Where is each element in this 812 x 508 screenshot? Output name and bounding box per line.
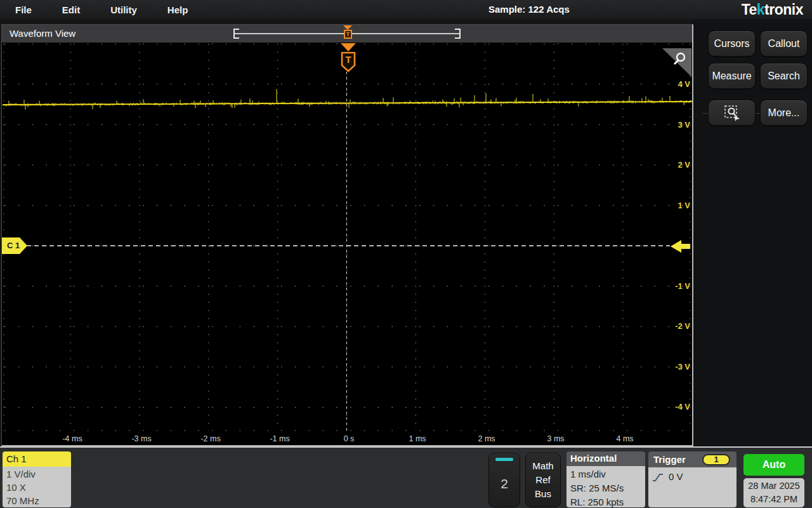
volt-label-m3: -3 V xyxy=(657,362,690,371)
time-label-0: 0 s xyxy=(329,434,369,443)
graticule-svg xyxy=(3,43,692,446)
volt-label-m1: -1 V xyxy=(657,281,690,291)
tektronix-logo: Tektronix xyxy=(742,1,803,18)
logo-text: Te xyxy=(742,1,757,18)
trigger-level: 0 V xyxy=(669,470,683,484)
box-zoom-corner-icon[interactable] xyxy=(662,48,691,77)
time-text: 8:47:42 PM xyxy=(750,493,797,506)
horizontal-panel[interactable]: Horizontal 1 ms/div SR: 25 MS/s RL: 250 … xyxy=(566,451,645,507)
trigger-settings: 0 V xyxy=(648,467,737,507)
cursors-button[interactable]: Cursors xyxy=(708,30,756,57)
logo-text-tail: tronix xyxy=(764,1,803,18)
waveform-view-title: Waveform View xyxy=(10,28,75,39)
time-label-m4: -4 ms xyxy=(52,434,93,443)
trigger-position-marker[interactable]: T xyxy=(344,30,352,39)
horizontal-sample-rate: SR: 25 MS/s xyxy=(570,481,645,495)
trigger-panel[interactable]: Trigger 1 0 V xyxy=(648,451,737,507)
svg-text:T: T xyxy=(345,54,351,65)
bottom-bar: Ch 1 1 V/div 10 X 70 MHz 2 Math Ref Bus … xyxy=(0,446,812,508)
channel1-scale: 1 V/div xyxy=(6,467,71,481)
time-label-3: 3 ms xyxy=(535,434,576,443)
volt-label-m4: -4 V xyxy=(657,402,690,411)
volt-label-4: 4 V xyxy=(657,79,690,89)
horizontal-title: Horizontal xyxy=(566,451,645,466)
math-ref-bus-button[interactable]: Math Ref Bus xyxy=(525,453,561,507)
channel-level-arrow-icon[interactable] xyxy=(669,238,692,255)
acquisition-status: Sample: 122 Acqs xyxy=(488,4,570,15)
channel1-settings: 1 V/div 10 X 70 MHz xyxy=(3,467,71,507)
time-label-m1: -1 ms xyxy=(259,434,300,443)
rising-edge-icon xyxy=(652,472,664,482)
date-text: 28 Mar 2025 xyxy=(748,479,799,493)
menu-bar: File Edit Utility Help Sample: 122 Acqs … xyxy=(0,0,812,19)
channel2-label: 2 xyxy=(501,461,508,507)
menu-edit[interactable]: Edit xyxy=(60,4,82,15)
trigger-indicator-flag[interactable]: T xyxy=(339,43,358,73)
channel1-probe: 10 X xyxy=(6,481,71,494)
zoom-select-button[interactable] xyxy=(708,100,756,126)
horizontal-scale: 1 ms/div xyxy=(570,467,645,481)
datetime-badge[interactable]: 28 Mar 2025 8:47:42 PM xyxy=(743,478,804,507)
volt-label-2: 2 V xyxy=(657,160,690,170)
time-label-4: 4 ms xyxy=(605,434,645,443)
channel1-name: Ch 1 xyxy=(3,451,71,467)
logo-accent-letter: k xyxy=(757,1,764,18)
channel1-bandwidth: 70 MHz xyxy=(6,494,71,507)
waveform-view-header: Waveform View T xyxy=(2,25,692,43)
volt-label-3: 3 V xyxy=(657,120,690,130)
trigger-source-badge: 1 xyxy=(702,454,730,465)
menu-file[interactable]: File xyxy=(13,4,34,15)
acq-mode-button[interactable]: Auto xyxy=(743,454,804,476)
math-label: Math xyxy=(532,459,553,473)
ref-label: Ref xyxy=(535,473,550,487)
time-label-m3: -3 ms xyxy=(121,434,162,443)
trigger-header: Trigger 1 xyxy=(648,451,737,467)
trigger-title: Trigger xyxy=(652,454,686,465)
time-label-2: 2 ms xyxy=(466,434,507,443)
channel2-button[interactable]: 2 xyxy=(488,453,520,507)
oscilloscope-screen: File Edit Utility Help Sample: 122 Acqs … xyxy=(0,0,812,508)
trigger-position-pointer xyxy=(343,25,352,30)
horizontal-position-scrollbar[interactable]: T xyxy=(233,29,461,39)
more-button[interactable]: More... xyxy=(760,100,808,126)
right-sidebar: Cursors Callout Measure Search More... xyxy=(693,19,812,446)
horizontal-settings: 1 ms/div SR: 25 MS/s RL: 250 kpts xyxy=(566,466,645,507)
bus-label: Bus xyxy=(535,487,551,501)
menu-utility[interactable]: Utility xyxy=(108,4,140,15)
box-zoom-icon xyxy=(724,105,740,121)
volt-label-m2: -2 V xyxy=(657,321,690,331)
time-label-m2: -2 ms xyxy=(190,434,231,443)
time-label-1: 1 ms xyxy=(397,434,438,443)
search-button[interactable]: Search xyxy=(760,63,808,89)
waveform-view-panel: Waveform View T 4 V 3 V 2 V 1 V -1 V -2 … xyxy=(1,24,693,446)
callout-button[interactable]: Callout xyxy=(760,30,808,57)
menu-help[interactable]: Help xyxy=(165,4,191,15)
horizontal-record-length: RL: 250 kpts xyxy=(570,495,645,507)
channel1-badge[interactable]: Ch 1 1 V/div 10 X 70 MHz xyxy=(3,451,71,507)
measure-button[interactable]: Measure xyxy=(708,63,756,89)
volt-label-1: 1 V xyxy=(657,201,690,210)
